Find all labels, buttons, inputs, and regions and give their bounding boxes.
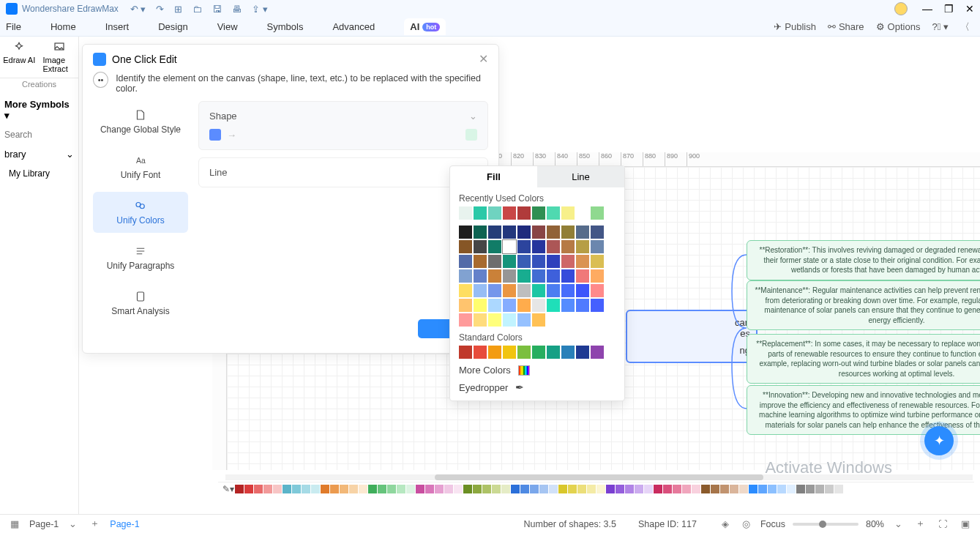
color-swatch[interactable] xyxy=(517,346,531,359)
strip-swatch[interactable] xyxy=(501,485,510,493)
color-swatch[interactable] xyxy=(576,240,589,253)
chevron-down-icon[interactable]: ⌄ xyxy=(469,111,477,122)
options-button[interactable]: ⚙Options xyxy=(876,21,921,32)
add-page-icon[interactable]: ＋ xyxy=(87,518,102,530)
strip-swatch[interactable] xyxy=(406,485,415,493)
color-swatch[interactable] xyxy=(532,269,545,283)
strip-swatch[interactable] xyxy=(682,485,691,493)
menu-ai[interactable]: AI hot xyxy=(404,18,446,35)
color-swatch[interactable] xyxy=(517,206,531,220)
color-swatch[interactable] xyxy=(532,299,545,312)
color-swatch[interactable] xyxy=(474,206,487,220)
color-swatch[interactable] xyxy=(459,255,472,268)
menu-file[interactable]: File xyxy=(6,21,21,32)
color-swatch[interactable] xyxy=(547,346,560,359)
color-swatch[interactable] xyxy=(561,240,575,253)
color-swatch[interactable] xyxy=(503,225,516,239)
color-swatch[interactable] xyxy=(561,299,575,312)
color-swatch[interactable] xyxy=(591,284,604,297)
subtopic-restoration[interactable]: **Restoration**: This involves reviving … xyxy=(747,240,980,280)
color-swatch[interactable] xyxy=(459,240,472,253)
color-swatch[interactable] xyxy=(474,313,487,327)
strip-swatch[interactable] xyxy=(254,485,263,493)
zoom-dropdown-icon[interactable]: ⌄ xyxy=(891,518,905,529)
color-swatch[interactable] xyxy=(459,346,472,359)
color-swatch[interactable] xyxy=(591,346,604,359)
color-swatch[interactable] xyxy=(474,255,487,268)
subtopic-maintenance[interactable]: **Maintenance**: Regular maintenance act… xyxy=(747,280,980,330)
open-icon[interactable]: 🗀 xyxy=(192,4,202,15)
mode-smart-analysis[interactable]: Smart Analysis xyxy=(93,283,188,324)
color-swatch[interactable] xyxy=(474,346,487,359)
library-toggle[interactable]: brary⌄ xyxy=(0,143,78,165)
strip-swatch[interactable] xyxy=(587,485,596,493)
color-swatch[interactable] xyxy=(591,240,604,253)
strip-swatch[interactable] xyxy=(654,485,662,493)
strip-swatch[interactable] xyxy=(692,485,700,493)
color-swatch[interactable] xyxy=(547,255,560,268)
color-swatch[interactable] xyxy=(517,313,531,327)
color-swatch[interactable] xyxy=(459,299,472,312)
color-swatch[interactable] xyxy=(591,225,604,239)
strip-swatch[interactable] xyxy=(749,485,758,493)
strip-swatch[interactable] xyxy=(701,485,710,493)
color-swatch[interactable] xyxy=(459,206,472,220)
strip-swatch[interactable] xyxy=(568,485,577,493)
color-swatch[interactable] xyxy=(576,299,589,312)
strip-swatch[interactable] xyxy=(244,485,253,493)
color-swatch[interactable] xyxy=(488,346,501,359)
color-swatch[interactable] xyxy=(517,255,531,268)
color-swatch[interactable] xyxy=(488,284,501,297)
color-swatch[interactable] xyxy=(532,313,545,327)
mode-unify-colors[interactable]: Unify Colors xyxy=(93,192,188,233)
strip-swatch[interactable] xyxy=(283,485,291,493)
zoom-slider[interactable] xyxy=(793,523,859,526)
strip-swatch[interactable] xyxy=(558,485,567,493)
close-icon[interactable]: ✕ xyxy=(965,3,974,15)
strip-swatch[interactable] xyxy=(606,485,615,493)
page-label[interactable]: Page-1 xyxy=(29,519,59,529)
symbol-search-input[interactable] xyxy=(4,130,71,140)
strip-swatch[interactable] xyxy=(482,485,491,493)
strip-swatch[interactable] xyxy=(596,485,605,493)
color-swatch[interactable] xyxy=(532,284,545,297)
color-swatch[interactable] xyxy=(503,299,516,312)
minimize-icon[interactable]: — xyxy=(922,3,932,15)
strip-swatch[interactable] xyxy=(425,485,434,493)
color-swatch[interactable] xyxy=(547,284,560,297)
color-swatch[interactable] xyxy=(503,240,516,253)
strip-swatch[interactable] xyxy=(834,485,843,493)
color-swatch[interactable] xyxy=(532,240,545,253)
strip-swatch[interactable] xyxy=(311,485,320,493)
strip-swatch[interactable] xyxy=(330,485,339,493)
strip-swatch[interactable] xyxy=(663,485,672,493)
color-swatch[interactable] xyxy=(517,240,531,253)
print-icon[interactable]: 🖶 xyxy=(232,4,242,15)
strip-swatch[interactable] xyxy=(825,485,834,493)
color-swatch[interactable] xyxy=(576,346,589,359)
color-swatch[interactable] xyxy=(576,255,589,268)
strip-swatch[interactable] xyxy=(454,485,463,493)
strip-swatch[interactable] xyxy=(711,485,719,493)
focus-label[interactable]: Focus xyxy=(760,519,785,529)
strip-swatch[interactable] xyxy=(539,485,548,493)
focus-icon[interactable]: ◎ xyxy=(739,518,753,529)
color-swatch[interactable] xyxy=(561,284,575,297)
save-icon[interactable]: 🖫 xyxy=(212,4,222,15)
strip-swatch[interactable] xyxy=(302,485,310,493)
strip-swatch[interactable] xyxy=(435,485,444,493)
assistant-fab[interactable]: ✦ xyxy=(924,426,954,455)
strip-swatch[interactable] xyxy=(815,485,824,493)
strip-swatch[interactable] xyxy=(768,485,777,493)
strip-swatch[interactable] xyxy=(720,485,729,493)
color-swatch[interactable] xyxy=(503,269,516,283)
color-swatch[interactable] xyxy=(474,284,487,297)
color-swatch[interactable] xyxy=(547,299,560,312)
active-page-tab[interactable]: Page-1 xyxy=(110,519,139,529)
menu-advanced[interactable]: Advanced xyxy=(332,21,375,32)
color-swatch[interactable] xyxy=(532,255,545,268)
color-swatch[interactable] xyxy=(474,225,487,239)
pencil-icon[interactable]: ✎▾ xyxy=(222,484,234,494)
strip-swatch[interactable] xyxy=(473,485,482,493)
strip-swatch[interactable] xyxy=(635,485,643,493)
